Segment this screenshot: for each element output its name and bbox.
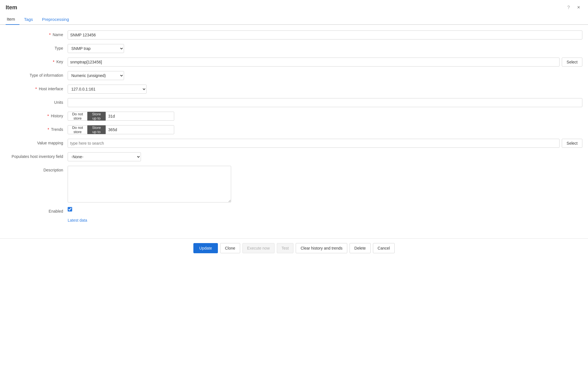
key-control: Select: [68, 58, 582, 67]
host-inventory-control: -None-: [68, 152, 582, 161]
type-row: Type SNMP trap Zabbix agent SNMP agent: [6, 44, 582, 53]
key-row: * Key Select: [6, 58, 582, 67]
history-row: * History Do not store Store up to: [6, 112, 582, 121]
key-label: * Key: [6, 58, 68, 64]
type-of-information-label: Type of information: [6, 71, 68, 78]
latest-data-link[interactable]: Latest data: [68, 218, 87, 222]
help-icon[interactable]: ?: [567, 5, 570, 10]
type-label: Type: [6, 44, 68, 50]
name-label: * Name: [6, 30, 68, 37]
name-row: * Name: [6, 30, 582, 39]
key-select-button[interactable]: Select: [562, 58, 582, 67]
trends-store-up-button[interactable]: Store up to: [87, 125, 106, 134]
value-mapping-control: Select: [68, 139, 582, 148]
item-dialog: Item ? × Item Tags Preprocessing * Name …: [0, 0, 588, 379]
trends-row: * Trends Do not store Store up to: [6, 125, 582, 134]
cancel-button[interactable]: Cancel: [373, 243, 395, 253]
trends-label: * Trends: [6, 125, 68, 132]
type-select[interactable]: SNMP trap Zabbix agent SNMP agent: [68, 44, 124, 53]
value-mapping-select-button[interactable]: Select: [562, 139, 582, 148]
host-interface-control: 127.0.0.1:161: [68, 85, 582, 94]
history-label: * History: [6, 112, 68, 118]
enabled-checkbox[interactable]: [68, 207, 72, 211]
clear-history-button[interactable]: Clear history and trends: [296, 243, 347, 253]
key-input[interactable]: [68, 58, 560, 67]
host-inventory-select[interactable]: -None-: [68, 152, 141, 161]
description-label: Description: [6, 166, 68, 172]
type-of-information-row: Type of information Numeric (unsigned) N…: [6, 71, 582, 80]
latest-data-row: Latest data: [6, 218, 582, 222]
type-control: SNMP trap Zabbix agent SNMP agent: [68, 44, 582, 53]
latest-data-label-spacer: [6, 218, 68, 220]
units-row: Units: [6, 98, 582, 107]
enabled-row: Enabled: [6, 207, 582, 213]
host-interface-select[interactable]: 127.0.0.1:161: [68, 85, 147, 94]
trends-storage-group: Do not store Store up to: [68, 125, 174, 134]
enabled-control: [68, 207, 582, 211]
clone-button[interactable]: Clone: [220, 243, 240, 253]
host-interface-row: * Host interface 127.0.0.1:161: [6, 85, 582, 94]
units-label: Units: [6, 98, 68, 105]
update-button[interactable]: Update: [193, 243, 218, 253]
tab-tags[interactable]: Tags: [19, 14, 37, 25]
trends-control: Do not store Store up to: [68, 125, 582, 134]
units-input[interactable]: [68, 98, 582, 107]
description-control: [68, 166, 582, 202]
history-value-input[interactable]: [106, 112, 174, 121]
description-row: Description: [6, 166, 582, 202]
close-button[interactable]: ×: [575, 3, 582, 12]
trends-value-input[interactable]: [106, 125, 174, 134]
value-mapping-row: Value mapping Select: [6, 139, 582, 148]
delete-button[interactable]: Delete: [350, 243, 370, 253]
history-storage-group: Do not store Store up to: [68, 112, 174, 121]
dialog-footer: Update Clone Execute now Test Clear hist…: [0, 238, 588, 258]
dialog-title: Item: [6, 4, 17, 11]
value-mapping-label: Value mapping: [6, 139, 68, 145]
latest-data-control: Latest data: [68, 218, 582, 222]
history-store-up-button[interactable]: Store up to: [87, 112, 106, 121]
type-of-information-select[interactable]: Numeric (unsigned) Numeric (float) Chara…: [68, 71, 124, 80]
dialog-header: Item ? ×: [0, 0, 588, 14]
execute-now-button[interactable]: Execute now: [242, 243, 275, 253]
value-mapping-input[interactable]: [68, 139, 560, 148]
test-button[interactable]: Test: [277, 243, 294, 253]
history-control: Do not store Store up to: [68, 112, 582, 121]
tab-item[interactable]: Item: [6, 14, 19, 25]
units-control: [68, 98, 582, 107]
host-interface-label: * Host interface: [6, 85, 68, 91]
name-input[interactable]: [68, 30, 582, 39]
tabs-container: Item Tags Preprocessing: [0, 14, 588, 25]
description-textarea[interactable]: [68, 166, 231, 202]
history-do-not-store-button[interactable]: Do not store: [68, 112, 87, 121]
form-body: * Name Type SNMP trap Zabbix agent SNMP …: [0, 30, 588, 233]
enabled-label: Enabled: [6, 207, 68, 213]
type-of-information-control: Numeric (unsigned) Numeric (float) Chara…: [68, 71, 582, 80]
name-control: [68, 30, 582, 39]
header-right: ? ×: [567, 3, 582, 12]
host-inventory-row: Populates host inventory field -None-: [6, 152, 582, 161]
trends-do-not-store-button[interactable]: Do not store: [68, 125, 87, 134]
tab-preprocessing[interactable]: Preprocessing: [37, 14, 74, 25]
host-inventory-label: Populates host inventory field: [6, 152, 68, 159]
